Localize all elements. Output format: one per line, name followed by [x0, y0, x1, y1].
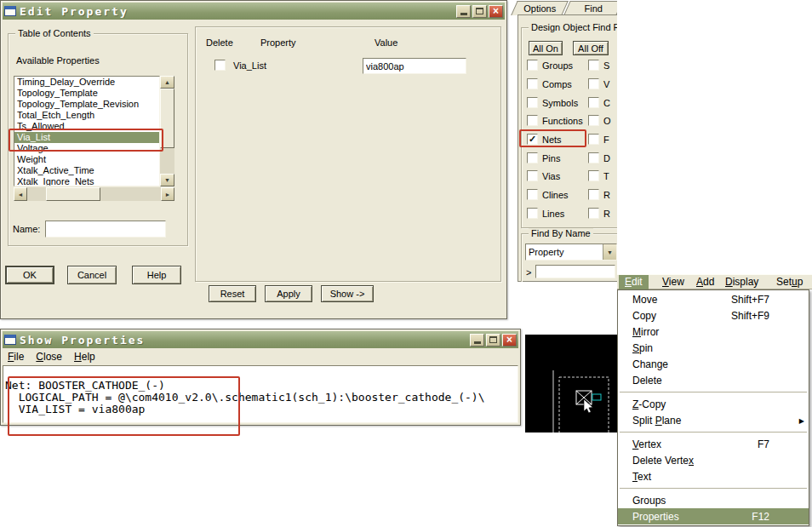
tab-options[interactable]: Options — [511, 1, 569, 15]
list-item-selected[interactable]: Via_List — [14, 132, 159, 143]
apply-button[interactable]: Apply — [265, 285, 312, 302]
filter-checkbox-o[interactable] — [588, 115, 599, 126]
tab-find[interactable]: Find — [563, 1, 617, 15]
net-name-line: Net: BOOSTER_CATHODE_(-) — [5, 380, 518, 392]
menu-item-properties[interactable]: Properties F12 — [618, 508, 809, 524]
show-properties-menubar: File Close Help — [3, 348, 518, 365]
list-item[interactable]: Topology_Template — [14, 88, 159, 99]
find-by-name-input[interactable] — [535, 265, 615, 278]
menu-close[interactable]: Close — [36, 351, 62, 363]
scroll-right-button[interactable]: ► — [161, 187, 174, 201]
menu-item-label: Copy — [632, 310, 656, 322]
filter-checkbox-symbols[interactable] — [527, 97, 538, 108]
filter-label-lines: Lines — [542, 209, 564, 219]
ok-button[interactable]: OK — [5, 266, 54, 284]
all-off-button[interactable]: All Off — [573, 41, 609, 55]
maximize-button[interactable] — [486, 334, 500, 347]
filter-checkbox-t[interactable] — [588, 170, 599, 181]
scroll-left-button[interactable]: ◄ — [14, 187, 27, 201]
menu-item-move[interactable]: Move Shift+F7 — [618, 291, 809, 307]
dropdown-button[interactable]: ▼ — [603, 244, 616, 260]
help-button[interactable]: Help — [132, 266, 181, 284]
reset-button[interactable]: Reset — [209, 285, 256, 302]
minimize-button[interactable] — [456, 5, 471, 18]
menu-item-vertex[interactable]: Vertex F7 — [618, 436, 809, 452]
maximize-button[interactable] — [472, 5, 487, 18]
filter-checkbox-r1[interactable] — [588, 189, 599, 200]
menu-item-delete-vertex[interactable]: Delete Vertex — [618, 452, 809, 468]
show-button[interactable]: Show -> — [321, 285, 374, 302]
menu-item-groups[interactable]: Groups — [618, 492, 809, 508]
filter-checkbox-d[interactable] — [588, 152, 599, 163]
design-canvas[interactable] — [525, 335, 617, 432]
filter-checkbox-v[interactable] — [588, 78, 599, 89]
menubar-display[interactable]: Display — [719, 275, 764, 289]
menu-item-delete[interactable]: Delete — [618, 372, 809, 388]
scroll-up-button[interactable]: ▲ — [160, 76, 174, 89]
edit-property-titlebar[interactable]: Edit Property × — [3, 3, 505, 20]
menu-help[interactable]: Help — [74, 351, 95, 363]
filter-checkbox-comps[interactable] — [527, 78, 538, 89]
vertical-scroll-thumb[interactable] — [160, 89, 174, 148]
menu-item-mirror[interactable]: Mirror — [618, 324, 809, 340]
filter-checkbox-c[interactable] — [588, 97, 599, 108]
find-by-name-legend: Find By Name — [529, 228, 593, 238]
menu-item-spin[interactable]: Spin — [618, 340, 809, 356]
list-item[interactable]: Ts_Allowed — [14, 121, 159, 132]
check-icon: ✓ — [529, 135, 536, 143]
filter-checkbox-nets[interactable]: ✓ — [527, 134, 538, 145]
menu-item-z-copy[interactable]: Z-Copy — [618, 396, 809, 412]
filter-label-symbols: Symbols — [542, 98, 578, 108]
all-on-button[interactable]: All On — [529, 41, 563, 55]
menu-item-text[interactable]: Text — [618, 468, 809, 484]
scroll-down-icon: ▼ — [164, 177, 170, 183]
edit-property-dialog: Edit Property × Table of Contents Availa… — [0, 0, 507, 319]
filter-checkbox-f[interactable] — [588, 134, 599, 145]
filter-checkbox-s[interactable] — [588, 60, 599, 71]
filter-checkbox-clines[interactable] — [527, 189, 538, 200]
filter-label-functions: Functions — [542, 116, 583, 126]
show-properties-titlebar[interactable]: Show Properties × — [3, 331, 518, 348]
close-button[interactable]: × — [489, 5, 503, 18]
delete-checkbox[interactable] — [214, 60, 226, 71]
filter-checkbox-groups[interactable] — [527, 60, 538, 71]
row-property-name: Via_List — [233, 60, 266, 71]
list-item[interactable]: Xtalk_Active_Time — [14, 165, 159, 176]
close-icon: × — [506, 335, 512, 345]
filter-checkbox-vias[interactable] — [527, 170, 538, 181]
submenu-arrow-icon: ▶ — [799, 416, 804, 424]
close-button[interactable]: × — [502, 334, 517, 347]
menubar-edit[interactable]: Edit — [619, 275, 649, 289]
row-value-input[interactable] — [363, 58, 466, 74]
horizontal-scroll-thumb[interactable] — [46, 187, 100, 201]
filter-label-d: D — [603, 153, 610, 163]
minimize-button[interactable] — [470, 334, 484, 347]
list-item[interactable]: Total_Etch_Length — [14, 110, 159, 121]
list-item[interactable]: Timing_Delay_Override — [14, 77, 159, 88]
filter-checkbox-lines[interactable] — [527, 208, 538, 219]
menubar-view[interactable]: View — [656, 275, 690, 289]
cancel-button[interactable]: Cancel — [67, 266, 117, 284]
menu-item-label: Spin — [632, 342, 653, 354]
scroll-down-button[interactable]: ▼ — [160, 174, 174, 186]
menubar-setup[interactable]: Setup — [770, 275, 809, 289]
menu-item-change[interactable]: Change — [618, 356, 809, 372]
properties-listbox: Timing_Delay_Override Topology_Template … — [14, 76, 174, 201]
menu-item-copy[interactable]: Copy Shift+F9 — [618, 307, 809, 324]
filter-checkbox-functions[interactable] — [527, 115, 538, 126]
list-item[interactable]: Topology_Template_Revision — [14, 99, 159, 110]
list-item[interactable]: Weight — [14, 154, 159, 165]
list-item[interactable]: Xtalk_Ignore_Nets — [14, 176, 159, 186]
scroll-up-icon: ▲ — [164, 79, 170, 85]
column-header-property: Property — [260, 37, 296, 48]
menubar-add[interactable]: Add — [690, 275, 720, 289]
menu-file[interactable]: File — [8, 351, 24, 363]
list-item[interactable]: Voltage — [14, 143, 159, 154]
filter-checkbox-r2[interactable] — [588, 208, 599, 219]
menu-item-split-plane[interactable]: Split Plane ▶ — [618, 412, 809, 428]
filter-checkbox-pins[interactable] — [527, 152, 538, 163]
menu-item-label: Move — [632, 294, 657, 306]
find-by-select[interactable]: Property ▼ — [525, 243, 617, 261]
name-label: Name: — [13, 224, 40, 234]
name-input[interactable] — [45, 221, 166, 238]
